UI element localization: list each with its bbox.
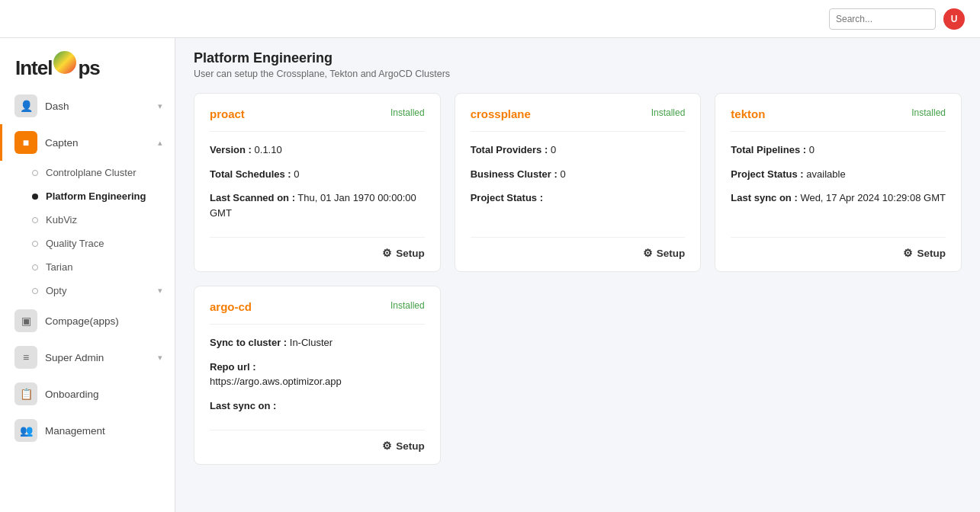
proact-gear-icon: ⚙ (382, 247, 392, 259)
proact-version-value: 0.1.10 (255, 144, 282, 155)
tekton-sync-label: Last sync on : (731, 192, 797, 203)
proact-schedules-value: 0 (294, 168, 299, 180)
onboarding-icon: 📋 (14, 382, 37, 405)
compage-icon: ▣ (14, 309, 37, 332)
argocd-setup-button[interactable]: ⚙ Setup (382, 440, 425, 452)
capten-arrow: ▴ (158, 138, 162, 148)
tekton-gear-icon: ⚙ (903, 247, 913, 259)
proact-version-label: Version : (210, 144, 252, 155)
crossplane-setup-label: Setup (657, 248, 686, 259)
logo-icon (53, 51, 76, 74)
sidebar: Intelps 👤 Dash ▾ ■ Capten ▴ Controlplane… (0, 38, 175, 512)
sidebar-item-capten-label: Capten (45, 137, 79, 149)
card-proact-header: proact Installed (210, 107, 425, 132)
sidebar-item-onboarding[interactable]: 📋 Onboarding (0, 376, 175, 412)
sidebar-item-opty[interactable]: Opty ▾ (0, 279, 175, 302)
sidebar-item-compage[interactable]: ▣ Compage(apps) (0, 302, 175, 339)
argocd-sync-cluster-label: Sync to cluster : (210, 337, 287, 348)
card-proact-title: proact (210, 107, 245, 120)
card-tekton-footer: ⚙ Setup (731, 237, 946, 259)
management-icon: 👥 (14, 419, 37, 442)
card-proact-status: Installed (390, 107, 425, 118)
tekton-project-status-field: Project Status : available (731, 167, 946, 182)
tekton-project-status-value: available (806, 168, 845, 180)
tekton-sync-field: Last sync on : Wed, 17 Apr 2024 10:29:08… (731, 190, 946, 206)
argocd-last-sync-label: Last sync on : (210, 400, 276, 411)
card-proact-body: Version : 0.1.10 Total Schedules : 0 Las… (210, 142, 425, 229)
sidebar-item-capten[interactable]: ■ Capten ▴ (0, 124, 175, 161)
card-crossplane-title: crossplane (471, 107, 531, 120)
cards-grid: proact Installed Version : 0.1.10 Total … (194, 93, 962, 465)
argocd-last-sync-field: Last sync on : (210, 398, 425, 414)
sidebar-item-platform-engineering[interactable]: Platform Engineering (0, 184, 175, 208)
kubviz-dot (32, 217, 38, 223)
proact-schedules-field: Total Schedules : 0 (210, 167, 425, 182)
proact-version-field: Version : 0.1.10 (210, 142, 425, 158)
super-admin-icon: ≡ (14, 346, 37, 369)
tekton-sync-value: Wed, 17 Apr 2024 10:29:08 GMT (800, 192, 946, 203)
page-title: Platform Engineering (194, 50, 962, 66)
card-tekton-header: tekton Installed (731, 107, 946, 132)
argocd-setup-label: Setup (396, 440, 425, 452)
tekton-pipelines-label: Total Pipelines : (731, 144, 806, 155)
sidebar-item-tarian-label: Tarian (46, 261, 72, 273)
card-crossplane: crossplane Installed Total Providers : 0… (455, 93, 702, 272)
crossplane-providers-label: Total Providers : (471, 144, 548, 155)
sidebar-item-opty-label: Opty (46, 285, 66, 296)
crossplane-cluster-field: Business Cluster : 0 (471, 167, 686, 182)
proact-setup-button[interactable]: ⚙ Setup (382, 247, 425, 259)
argocd-sync-cluster-value: In-Cluster (290, 337, 333, 348)
sidebar-item-management[interactable]: 👥 Management (0, 412, 175, 449)
card-tekton-body: Total Pipelines : 0 Project Status : ava… (731, 142, 946, 229)
sidebar-item-dash[interactable]: 👤 Dash ▾ (0, 88, 175, 124)
card-crossplane-footer: ⚙ Setup (471, 237, 686, 259)
argocd-sync-cluster-field: Sync to cluster : In-Cluster (210, 335, 425, 350)
argocd-repo-field: Repo url : https://argo.aws.optimizor.ap… (210, 360, 425, 389)
card-crossplane-body: Total Providers : 0 Business Cluster : 0… (471, 142, 686, 229)
sidebar-item-quality-trace[interactable]: Quality Trace (0, 232, 175, 255)
card-argo-cd-footer: ⚙ Setup (210, 430, 425, 452)
sidebar-item-platform-label: Platform Engineering (46, 190, 146, 202)
sidebar-item-super-admin-label: Super Admin (45, 352, 104, 363)
sidebar-item-onboarding-label: Onboarding (45, 389, 99, 400)
proact-setup-label: Setup (396, 248, 425, 259)
logo-text: Intelps (15, 52, 100, 80)
card-crossplane-header: crossplane Installed (471, 107, 686, 132)
crossplane-gear-icon: ⚙ (643, 247, 653, 259)
card-proact: proact Installed Version : 0.1.10 Total … (194, 93, 441, 272)
tekton-pipelines-value: 0 (809, 144, 815, 155)
sidebar-item-kubviz-label: KubViz (46, 214, 77, 226)
card-argo-cd: argo-cd Installed Sync to cluster : In-C… (194, 286, 441, 465)
sidebar-item-tarian[interactable]: Tarian (0, 255, 175, 279)
opty-dot (32, 288, 38, 294)
tekton-setup-button[interactable]: ⚙ Setup (903, 247, 946, 259)
sidebar-item-controlplane[interactable]: Controlplane Cluster (0, 161, 175, 184)
controlplane-dot (32, 170, 38, 176)
sidebar-item-super-admin[interactable]: ≡ Super Admin ▾ (0, 339, 175, 376)
crossplane-providers-value: 0 (551, 144, 556, 155)
dash-icon: 👤 (14, 94, 37, 117)
card-argo-cd-status: Installed (390, 300, 425, 311)
header: U (0, 0, 980, 38)
card-tekton: tekton Installed Total Pipelines : 0 Pro… (715, 93, 962, 272)
dash-arrow: ▾ (158, 101, 162, 111)
argocd-repo-label: Repo url : (210, 361, 256, 373)
platform-dot (32, 194, 38, 200)
crossplane-status-field: Project Status : (471, 190, 686, 206)
card-argo-cd-title: argo-cd (210, 300, 252, 313)
super-admin-arrow: ▾ (158, 353, 162, 363)
quality-trace-dot (32, 241, 38, 247)
logo: Intelps (0, 38, 175, 88)
sidebar-item-kubviz[interactable]: KubViz (0, 208, 175, 232)
sidebar-item-compage-label: Compage(apps) (45, 315, 119, 327)
search-input[interactable] (829, 8, 936, 30)
card-tekton-title: tekton (731, 107, 765, 120)
proact-scanned-field: Last Scanned on : Thu, 01 Jan 1970 00:00… (210, 190, 425, 220)
sidebar-item-controlplane-label: Controlplane Cluster (46, 167, 137, 178)
page-subtitle: User can setup the Crossplane, Tekton an… (194, 69, 962, 79)
crossplane-setup-button[interactable]: ⚙ Setup (643, 247, 686, 259)
crossplane-providers-field: Total Providers : 0 (471, 142, 686, 158)
crossplane-status-label: Project Status : (471, 192, 543, 203)
tarian-dot (32, 264, 38, 270)
card-argo-cd-body: Sync to cluster : In-Cluster Repo url : … (210, 335, 425, 422)
